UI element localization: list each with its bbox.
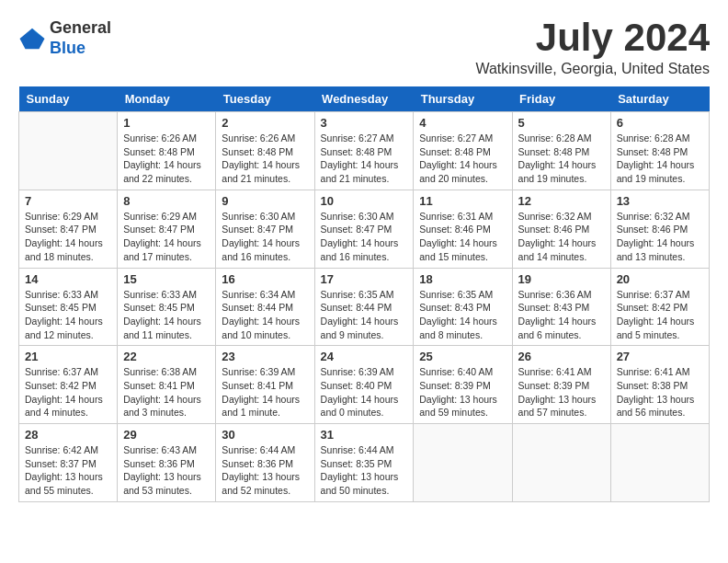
day-cell: 29Sunrise: 6:43 AM Sunset: 8:36 PM Dayli… <box>118 424 216 502</box>
day-cell: 12Sunrise: 6:32 AM Sunset: 8:46 PM Dayli… <box>512 190 610 268</box>
day-detail: Sunrise: 6:29 AM Sunset: 8:47 PM Dayligh… <box>25 210 111 264</box>
week-row-4: 21Sunrise: 6:37 AM Sunset: 8:42 PM Dayli… <box>19 346 710 424</box>
day-cell: 16Sunrise: 6:34 AM Sunset: 8:44 PM Dayli… <box>216 268 314 346</box>
week-row-5: 28Sunrise: 6:42 AM Sunset: 8:37 PM Dayli… <box>19 424 710 502</box>
location-title: Watkinsville, Georgia, United States <box>475 61 710 77</box>
day-number: 23 <box>222 350 308 363</box>
calendar-header-row: SundayMondayTuesdayWednesdayThursdayFrid… <box>19 86 710 112</box>
day-number: 25 <box>419 350 506 363</box>
day-number: 27 <box>617 350 703 363</box>
day-number: 3 <box>321 116 408 130</box>
day-cell: 2Sunrise: 6:26 AM Sunset: 8:48 PM Daylig… <box>216 112 314 190</box>
day-number: 17 <box>321 272 408 286</box>
header: General Blue July 2024 Watkinsville, Geo… <box>18 18 710 77</box>
day-cell: 17Sunrise: 6:35 AM Sunset: 8:44 PM Dayli… <box>314 268 414 346</box>
day-number: 10 <box>321 194 408 208</box>
week-row-1: 1Sunrise: 6:26 AM Sunset: 8:48 PM Daylig… <box>19 112 710 190</box>
day-detail: Sunrise: 6:35 AM Sunset: 8:43 PM Dayligh… <box>419 288 506 342</box>
day-number: 11 <box>419 194 506 208</box>
day-detail: Sunrise: 6:36 AM Sunset: 8:43 PM Dayligh… <box>518 288 605 342</box>
day-cell: 4Sunrise: 6:27 AM Sunset: 8:48 PM Daylig… <box>414 112 512 190</box>
day-number: 18 <box>419 272 506 286</box>
day-cell: 7Sunrise: 6:29 AM Sunset: 8:47 PM Daylig… <box>19 190 118 268</box>
day-number: 15 <box>123 272 210 286</box>
day-number: 2 <box>222 116 308 130</box>
day-number: 6 <box>617 116 703 130</box>
day-detail: Sunrise: 6:27 AM Sunset: 8:48 PM Dayligh… <box>321 132 408 186</box>
day-cell: 19Sunrise: 6:36 AM Sunset: 8:43 PM Dayli… <box>512 268 610 346</box>
day-cell: 1Sunrise: 6:26 AM Sunset: 8:48 PM Daylig… <box>118 112 216 190</box>
day-number: 22 <box>123 350 210 363</box>
header-saturday: Saturday <box>610 86 709 112</box>
logo: General Blue <box>18 18 111 58</box>
day-detail: Sunrise: 6:26 AM Sunset: 8:48 PM Dayligh… <box>123 132 210 186</box>
day-cell: 21Sunrise: 6:37 AM Sunset: 8:42 PM Dayli… <box>19 346 118 424</box>
day-detail: Sunrise: 6:37 AM Sunset: 8:42 PM Dayligh… <box>25 365 111 419</box>
header-thursday: Thursday <box>414 86 512 112</box>
day-cell: 23Sunrise: 6:39 AM Sunset: 8:41 PM Dayli… <box>216 346 314 424</box>
week-row-3: 14Sunrise: 6:33 AM Sunset: 8:45 PM Dayli… <box>19 268 710 346</box>
logo-text: General Blue <box>50 18 111 58</box>
day-detail: Sunrise: 6:31 AM Sunset: 8:46 PM Dayligh… <box>419 210 506 264</box>
day-detail: Sunrise: 6:30 AM Sunset: 8:47 PM Dayligh… <box>321 210 408 264</box>
header-monday: Monday <box>118 86 216 112</box>
day-number: 16 <box>222 272 308 286</box>
day-cell: 25Sunrise: 6:40 AM Sunset: 8:39 PM Dayli… <box>414 346 512 424</box>
day-detail: Sunrise: 6:28 AM Sunset: 8:48 PM Dayligh… <box>617 132 703 186</box>
day-detail: Sunrise: 6:40 AM Sunset: 8:39 PM Dayligh… <box>419 365 506 419</box>
day-detail: Sunrise: 6:33 AM Sunset: 8:45 PM Dayligh… <box>25 288 111 342</box>
day-detail: Sunrise: 6:39 AM Sunset: 8:41 PM Dayligh… <box>222 365 308 419</box>
header-wednesday: Wednesday <box>314 86 414 112</box>
day-number: 7 <box>25 194 111 208</box>
month-title: July 2024 <box>475 18 710 57</box>
header-tuesday: Tuesday <box>216 86 314 112</box>
day-cell: 5Sunrise: 6:28 AM Sunset: 8:48 PM Daylig… <box>512 112 610 190</box>
day-detail: Sunrise: 6:32 AM Sunset: 8:46 PM Dayligh… <box>617 210 703 264</box>
calendar-table: SundayMondayTuesdayWednesdayThursdayFrid… <box>18 86 710 502</box>
day-cell: 3Sunrise: 6:27 AM Sunset: 8:48 PM Daylig… <box>314 112 414 190</box>
day-number: 20 <box>617 272 703 286</box>
day-detail: Sunrise: 6:35 AM Sunset: 8:44 PM Dayligh… <box>321 288 408 342</box>
day-number: 29 <box>123 428 210 442</box>
day-number: 8 <box>123 194 210 208</box>
day-detail: Sunrise: 6:43 AM Sunset: 8:36 PM Dayligh… <box>123 443 210 498</box>
day-detail: Sunrise: 6:42 AM Sunset: 8:37 PM Dayligh… <box>25 443 111 498</box>
day-detail: Sunrise: 6:32 AM Sunset: 8:46 PM Dayligh… <box>518 210 605 264</box>
day-detail: Sunrise: 6:27 AM Sunset: 8:48 PM Dayligh… <box>419 132 506 186</box>
day-number: 1 <box>123 116 210 130</box>
day-detail: Sunrise: 6:41 AM Sunset: 8:38 PM Dayligh… <box>617 365 703 419</box>
day-detail: Sunrise: 6:34 AM Sunset: 8:44 PM Dayligh… <box>222 288 308 342</box>
day-cell: 18Sunrise: 6:35 AM Sunset: 8:43 PM Dayli… <box>414 268 512 346</box>
day-number: 9 <box>222 194 308 208</box>
day-number: 19 <box>518 272 605 286</box>
week-row-2: 7Sunrise: 6:29 AM Sunset: 8:47 PM Daylig… <box>19 190 710 268</box>
day-detail: Sunrise: 6:29 AM Sunset: 8:47 PM Dayligh… <box>123 210 210 264</box>
day-cell: 31Sunrise: 6:44 AM Sunset: 8:35 PM Dayli… <box>314 424 414 502</box>
day-cell: 28Sunrise: 6:42 AM Sunset: 8:37 PM Dayli… <box>19 424 118 502</box>
day-cell: 15Sunrise: 6:33 AM Sunset: 8:45 PM Dayli… <box>118 268 216 346</box>
day-cell: 10Sunrise: 6:30 AM Sunset: 8:47 PM Dayli… <box>314 190 414 268</box>
header-sunday: Sunday <box>19 86 118 112</box>
day-number: 28 <box>25 428 111 442</box>
header-friday: Friday <box>512 86 610 112</box>
day-number: 21 <box>25 350 111 363</box>
day-cell <box>512 424 610 502</box>
day-detail: Sunrise: 6:44 AM Sunset: 8:35 PM Dayligh… <box>321 443 408 498</box>
day-detail: Sunrise: 6:37 AM Sunset: 8:42 PM Dayligh… <box>617 288 703 342</box>
day-number: 13 <box>617 194 703 208</box>
day-cell: 13Sunrise: 6:32 AM Sunset: 8:46 PM Dayli… <box>610 190 709 268</box>
day-cell: 22Sunrise: 6:38 AM Sunset: 8:41 PM Dayli… <box>118 346 216 424</box>
day-cell: 11Sunrise: 6:31 AM Sunset: 8:46 PM Dayli… <box>414 190 512 268</box>
day-detail: Sunrise: 6:44 AM Sunset: 8:36 PM Dayligh… <box>222 443 308 498</box>
day-cell: 27Sunrise: 6:41 AM Sunset: 8:38 PM Dayli… <box>610 346 709 424</box>
day-number: 14 <box>25 272 111 286</box>
day-cell: 30Sunrise: 6:44 AM Sunset: 8:36 PM Dayli… <box>216 424 314 502</box>
day-cell: 6Sunrise: 6:28 AM Sunset: 8:48 PM Daylig… <box>610 112 709 190</box>
day-cell <box>414 424 512 502</box>
day-detail: Sunrise: 6:26 AM Sunset: 8:48 PM Dayligh… <box>222 132 308 186</box>
logo-blue-text: Blue <box>50 39 111 59</box>
day-number: 30 <box>222 428 308 442</box>
day-number: 5 <box>518 116 605 130</box>
logo-icon <box>18 25 46 52</box>
day-number: 26 <box>518 350 605 363</box>
